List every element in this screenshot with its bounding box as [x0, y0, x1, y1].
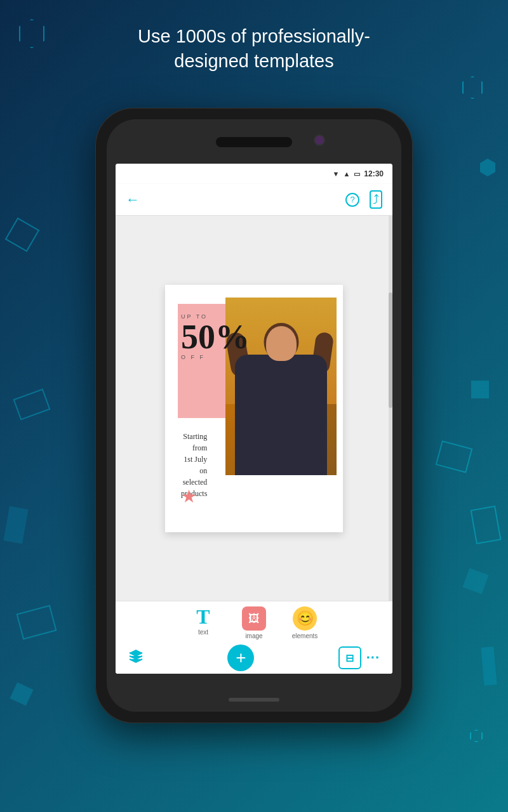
- title-text: Use 1000s of professionally- designed te…: [0, 24, 508, 74]
- diamond-deco-2: [10, 682, 33, 705]
- more-button[interactable]: ···: [366, 650, 380, 666]
- image-tool[interactable]: 🖼 image: [229, 606, 279, 639]
- page-actions: ⊟ ···: [338, 646, 380, 669]
- rect-deco-2: [471, 506, 502, 544]
- hex-deco-4: [470, 730, 483, 742]
- canvas-scrollbar[interactable]: [389, 216, 392, 601]
- layers-button[interactable]: [128, 648, 144, 667]
- rect-deco-4: [13, 389, 51, 421]
- add-icon: +: [236, 649, 246, 667]
- phone-inner-shell: ▼ ▲ ▭ 12:30 ← ? ⤴: [107, 119, 401, 712]
- phone-screen: ▼ ▲ ▭ 12:30 ← ? ⤴: [116, 164, 392, 674]
- promo-text-block: UP TO 50% O F F: [181, 313, 250, 360]
- scrollbar-thumb: [389, 292, 392, 408]
- status-bar: ▼ ▲ ▭ 12:30: [116, 164, 392, 184]
- percent-text: 50%: [181, 320, 250, 354]
- image-tool-icon: 🖼: [242, 606, 266, 631]
- text-tool-icon: T: [196, 606, 210, 627]
- page-indicator[interactable]: ⊟: [338, 646, 361, 669]
- body: [235, 355, 327, 475]
- phone-camera: [314, 134, 325, 146]
- image-tool-label: image: [245, 632, 262, 639]
- rect-deco-1: [436, 440, 473, 473]
- action-bar: + ⊟ ···: [116, 642, 392, 674]
- phone-mockup: ▼ ▲ ▭ 12:30 ← ? ⤴: [95, 108, 413, 723]
- elements-tool-icon: 😊: [293, 606, 317, 631]
- toolbar-actions: ? ⤴: [345, 190, 382, 209]
- rect-deco-3: [5, 218, 40, 252]
- text-tool[interactable]: T text: [178, 606, 229, 639]
- phone-outer-shell: ▼ ▲ ▭ 12:30 ← ? ⤴: [95, 108, 413, 723]
- template-card[interactable]: UP TO 50% O F F Starting from 1st July o…: [165, 285, 343, 532]
- square-deco-1: [471, 381, 489, 398]
- diamond-deco-1: [462, 568, 488, 594]
- hex-deco-2: [462, 76, 483, 99]
- app-toolbar: ← ? ⤴: [116, 184, 392, 216]
- rect-deco-5: [17, 605, 57, 640]
- hex-deco-3: [480, 159, 495, 176]
- add-button[interactable]: +: [227, 645, 254, 671]
- elements-tool-label: elements: [292, 632, 318, 639]
- page-title: Use 1000s of professionally- designed te…: [0, 24, 508, 74]
- signal-icon: ▲: [343, 170, 350, 178]
- bar-deco-2: [3, 506, 28, 544]
- help-button[interactable]: ?: [345, 193, 359, 207]
- face: [266, 326, 297, 361]
- canvas-area[interactable]: UP TO 50% O F F Starting from 1st July o…: [116, 216, 392, 601]
- elements-tool[interactable]: 😊 elements: [279, 606, 330, 639]
- wifi-icon: ▼: [333, 170, 340, 178]
- battery-icon: ▭: [354, 170, 360, 178]
- export-button[interactable]: ⤴: [370, 190, 382, 209]
- phone-chin: [229, 698, 279, 702]
- bottom-toolbar: T text 🖼 image 😊 elements: [116, 601, 392, 674]
- tool-items-row: T text 🖼 image 😊 elements: [116, 601, 392, 642]
- phone-speaker: [216, 137, 292, 147]
- page-icon: ⊟: [345, 652, 354, 664]
- back-button[interactable]: ←: [126, 192, 140, 208]
- star-decoration: ★: [181, 486, 197, 507]
- status-time: 12:30: [364, 169, 384, 178]
- bar-deco-1: [481, 646, 497, 686]
- text-tool-label: text: [198, 629, 208, 636]
